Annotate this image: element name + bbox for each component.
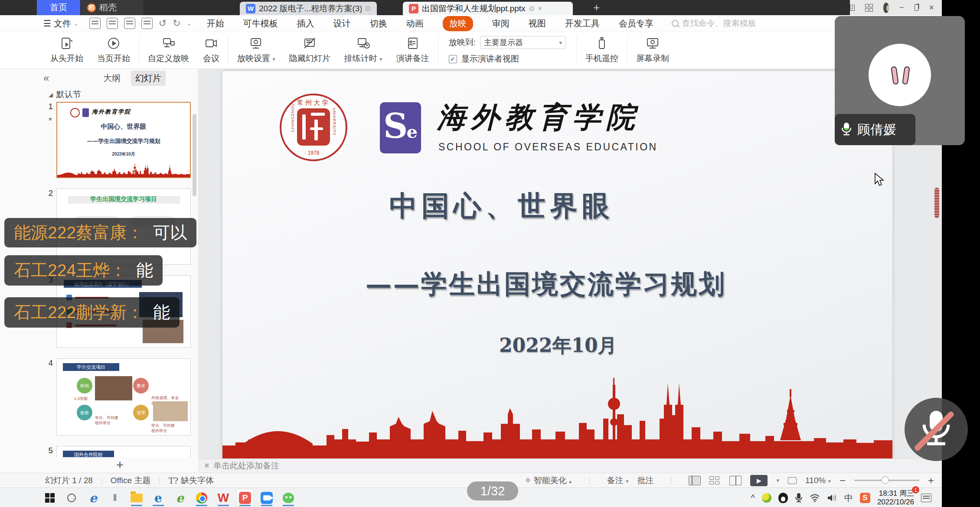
print-preview-icon[interactable] bbox=[141, 18, 153, 29]
command-search[interactable]: 查找命令、搜索模板 bbox=[672, 18, 756, 29]
comments-button[interactable]: 批注 bbox=[637, 475, 653, 486]
tab-ppt-document[interactable]: P 出国留学和人生规划ppt.pptx ⊙ × bbox=[403, 2, 573, 15]
play-from-start-button[interactable]: 从头开始 bbox=[43, 32, 90, 68]
start-button[interactable] bbox=[42, 489, 58, 507]
chrome-icon[interactable] bbox=[193, 489, 210, 507]
zoom-in-button[interactable]: + bbox=[928, 474, 934, 487]
notes-bar[interactable]: ≡ 单击此处添加备注 bbox=[199, 458, 942, 473]
file-explorer-icon[interactable] bbox=[128, 489, 145, 507]
taskbar-clock[interactable]: 18:31 周三 1 2022/10/26 bbox=[877, 489, 914, 507]
microphone-tray-icon[interactable] bbox=[795, 493, 803, 503]
theme-name[interactable]: Office 主题 bbox=[111, 475, 151, 486]
360-safe-tray-icon[interactable] bbox=[762, 493, 771, 503]
print-icon[interactable] bbox=[124, 18, 135, 29]
menu-slideshow-active[interactable]: 放映 bbox=[443, 16, 473, 31]
taskbar-search-icon[interactable] bbox=[63, 489, 80, 507]
participant-video-tile[interactable]: 顾倩媛 bbox=[835, 16, 965, 145]
360-browser-icon[interactable]: e bbox=[172, 489, 188, 507]
tray-expand-icon[interactable]: ^ bbox=[751, 493, 755, 503]
mini-date: 2022年10月 bbox=[57, 151, 190, 157]
restore-icon[interactable] bbox=[915, 4, 918, 11]
save-icon[interactable] bbox=[89, 18, 101, 29]
menu-animations[interactable]: 动画 bbox=[406, 18, 424, 29]
hide-slide-button[interactable]: 隐藏幻灯片 bbox=[282, 32, 337, 68]
input-method-icon[interactable]: 中 bbox=[844, 492, 853, 504]
zoom-level[interactable]: 110% ▾ bbox=[805, 476, 831, 485]
wifi-tray-icon[interactable] bbox=[810, 494, 820, 502]
tab-home[interactable]: 首页 bbox=[37, 0, 80, 15]
zoom-slider-knob[interactable] bbox=[881, 476, 889, 484]
apps-grid-icon[interactable] bbox=[865, 4, 873, 12]
meeting-scroll-indicator[interactable] bbox=[934, 188, 939, 218]
slideshow-settings-button[interactable]: 放映设置 ▾ bbox=[230, 32, 282, 68]
slide-thumbnail-5[interactable]: 国外合作院校 bbox=[56, 446, 191, 457]
tab-docer[interactable]: 稻 稻壳 bbox=[81, 0, 143, 15]
tab-writer-document[interactable]: W 2022 版电子...程培养方案(3) ⊙ bbox=[240, 2, 377, 15]
phone-remote-button[interactable]: 手机遥控 bbox=[578, 32, 625, 68]
menu-keniu-templates[interactable]: 可牛模板 bbox=[243, 18, 278, 29]
export-icon[interactable] bbox=[107, 18, 118, 29]
missing-font-warning[interactable]: 缺失字体 bbox=[181, 475, 214, 486]
chevron-down-icon[interactable]: ▾ bbox=[776, 477, 779, 484]
menu-insert[interactable]: 插入 bbox=[297, 18, 314, 29]
close-tab-icon[interactable]: × bbox=[538, 5, 542, 13]
close-icon[interactable]: × bbox=[929, 3, 934, 13]
user-avatar[interactable] bbox=[883, 3, 889, 13]
menu-design[interactable]: 设计 bbox=[333, 18, 351, 29]
pin-tab-icon[interactable]: ⊙ bbox=[365, 4, 371, 13]
file-menu-button[interactable]: ☰ 文件 ⌄ bbox=[43, 18, 78, 29]
wps-presentation-icon[interactable]: P bbox=[237, 489, 253, 507]
menu-view[interactable]: 视图 bbox=[529, 18, 546, 29]
undo-icon[interactable]: ↺ bbox=[159, 18, 167, 29]
screen-record-button[interactable]: 屏幕录制 bbox=[629, 32, 676, 68]
collapse-panel-icon[interactable]: « bbox=[43, 72, 49, 84]
slide-thumbnail-4[interactable]: 学分交流项目 时间 要求 收获 管理 1-2学期 外语成绩、专业 成绩平均分 学… bbox=[56, 358, 191, 436]
changzhou-university-seal-logo: 常州大学 CHANGZHOU UNIVERSITY · 1978 · bbox=[280, 94, 347, 161]
edge-browser-icon[interactable]: e bbox=[150, 489, 167, 507]
wps-office-icon[interactable]: W bbox=[215, 489, 232, 507]
section-header[interactable]: ◢ 默认节 bbox=[0, 87, 198, 102]
tab-slides[interactable]: 幻灯片 bbox=[131, 71, 166, 86]
redo-icon[interactable]: ↻ bbox=[173, 18, 180, 29]
reading-view-icon[interactable] bbox=[729, 476, 742, 485]
action-center-icon[interactable] bbox=[921, 494, 931, 502]
play-from-current-button[interactable]: 当页开始 bbox=[90, 32, 137, 68]
slide-canvas[interactable]: 常州大学 CHANGZHOU UNIVERSITY · 1978 · Se 海外… bbox=[222, 71, 892, 458]
menu-developer[interactable]: 开发工具 bbox=[565, 18, 600, 29]
normal-view-icon[interactable] bbox=[689, 476, 701, 485]
menu-membership[interactable]: 会员专享 bbox=[619, 18, 653, 29]
volume-tray-icon[interactable] bbox=[827, 494, 837, 502]
workspace-icon[interactable]: 2 bbox=[850, 5, 855, 11]
internet-explorer-icon[interactable]: e bbox=[85, 489, 101, 507]
tab-outline[interactable]: 大纲 bbox=[99, 71, 125, 86]
more-actions-icon[interactable]: ⌄ bbox=[187, 20, 192, 27]
fit-to-window-icon[interactable] bbox=[788, 477, 797, 484]
zoom-out-button[interactable]: − bbox=[840, 474, 846, 487]
new-slide-button[interactable]: + bbox=[116, 458, 124, 472]
slide-thumbnail-1[interactable]: 海外教育学院 中国心、世界眼 ——学生出国境交流学习规划 2022年10月 bbox=[56, 102, 191, 178]
wechat-icon[interactable] bbox=[280, 489, 297, 507]
tencent-meeting-icon[interactable] bbox=[258, 489, 275, 507]
section-collapse-icon: ◢ bbox=[49, 91, 53, 98]
pin-tab-icon[interactable]: ⊙ bbox=[529, 4, 535, 13]
meeting-button[interactable]: 会议 bbox=[196, 32, 226, 68]
slideshow-play-button[interactable]: ▶ bbox=[750, 475, 768, 486]
sidebar-scrollbar[interactable] bbox=[193, 114, 196, 196]
menu-transitions[interactable]: 切换 bbox=[370, 18, 387, 29]
qq-tray-icon[interactable] bbox=[778, 493, 788, 503]
rehearse-timings-button[interactable]: 排练计时 ▾ bbox=[337, 32, 389, 68]
slide-sorter-view-icon[interactable] bbox=[709, 476, 721, 485]
menu-start[interactable]: 开始 bbox=[207, 18, 224, 29]
minimize-icon[interactable]: − bbox=[899, 3, 905, 13]
display-to-select[interactable]: 主要显示器 ▾ bbox=[480, 36, 566, 49]
zoom-slider[interactable] bbox=[854, 480, 919, 481]
speaker-notes-button[interactable]: 演讲备注 bbox=[389, 32, 436, 68]
menu-review[interactable]: 审阅 bbox=[492, 18, 510, 29]
ai-beautify-button[interactable]: ✧ 智能美化 ▴ bbox=[525, 475, 572, 486]
new-tab-button[interactable]: + bbox=[590, 0, 603, 15]
mute-microphone-button[interactable] bbox=[905, 398, 968, 461]
presenter-view-checkbox[interactable]: ✓ bbox=[449, 55, 457, 63]
sogou-input-icon[interactable]: S bbox=[860, 493, 870, 503]
notes-toggle-button[interactable]: 备注 ▾ bbox=[607, 475, 629, 486]
custom-slideshow-button[interactable]: 自定义放映 bbox=[141, 32, 196, 68]
